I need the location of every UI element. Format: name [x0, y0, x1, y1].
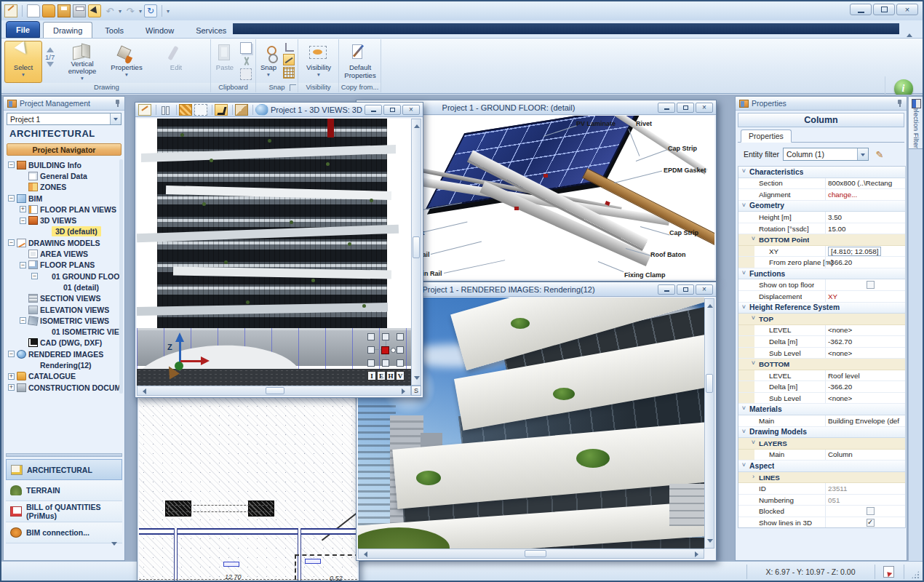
tree-item[interactable]: SECTION VIEWS	[6, 293, 122, 304]
minimize-button[interactable]	[658, 284, 675, 295]
tree-item[interactable]: Rendering(12)	[6, 359, 122, 370]
tree-exp-icon[interactable]: −	[8, 351, 15, 357]
row-chevron-icon[interactable]: ˅	[740, 167, 748, 175]
tree-item[interactable]: − BIM	[6, 193, 122, 204]
view-navigator[interactable]: IEHV	[367, 333, 405, 381]
refresh-icon[interactable]: ↻	[144, 4, 157, 17]
view-3d-titlebar[interactable]: Project 1 - 3D VIEWS: 3D (de... ×	[135, 103, 423, 117]
tree-item[interactable]: − 01 GROUND FLOOR	[6, 271, 122, 282]
view-3d-vscrollbar[interactable]	[411, 119, 421, 386]
new-document-icon[interactable]	[27, 4, 40, 17]
row-chevron-icon[interactable]: ˅	[740, 303, 748, 311]
status-notification-icon[interactable]	[883, 566, 894, 578]
property-value[interactable]: 23511	[828, 485, 903, 493]
project-panel-header[interactable]: Project Management	[4, 97, 124, 111]
properties-panel-header[interactable]: Properties	[736, 97, 907, 111]
project-selector[interactable]: Project 1	[7, 113, 122, 125]
copy-icon[interactable]	[240, 42, 252, 54]
property-value[interactable]: XY	[828, 292, 903, 300]
redo-icon[interactable]: ↷	[124, 4, 137, 17]
property-value[interactable]: Building Envelope (def	[828, 417, 903, 425]
open-folder-icon[interactable]	[42, 4, 55, 17]
tree-exp-icon[interactable]: −	[8, 195, 15, 202]
row-chevron-icon[interactable]: ˅	[749, 359, 757, 367]
tree-item[interactable]: General Data	[6, 170, 122, 181]
restore-button[interactable]	[677, 284, 694, 295]
ribbon-tab[interactable]: File	[6, 21, 40, 38]
property-value[interactable]: -366.20	[828, 258, 903, 266]
redo-dropdown-icon[interactable]: ▾	[139, 8, 142, 15]
close-button[interactable]: ×	[696, 284, 713, 295]
edit-button[interactable]: Edit	[160, 41, 192, 83]
property-value[interactable]: [4.810; 12.058]	[828, 247, 881, 256]
tree-item[interactable]: − DRAWING MODELS	[6, 237, 122, 248]
pager-up-icon[interactable]	[47, 44, 54, 52]
view-3d-corner-button[interactable]: S	[411, 386, 421, 396]
property-value[interactable]: change...	[828, 191, 903, 199]
default-properties-button[interactable]: Default Properties	[341, 41, 379, 83]
solid-view-icon[interactable]	[235, 104, 248, 116]
close-button[interactable]: ×	[896, 4, 918, 15]
property-value[interactable]: <none>	[828, 326, 903, 334]
tree-exp-icon[interactable]: −	[20, 317, 26, 324]
tree-item[interactable]: − ISOMETRIC VIEWS	[6, 315, 122, 326]
tab-properties[interactable]: Properties	[741, 129, 792, 143]
select-tool-icon[interactable]	[88, 4, 101, 17]
tree-item[interactable]: − RENDERED IMAGES	[6, 348, 122, 359]
level-selector-icon[interactable]	[159, 104, 172, 116]
view-mode-button[interactable]: E	[377, 371, 386, 380]
navigator-orbit-icon[interactable]	[391, 348, 396, 353]
app-mini-icon[interactable]	[138, 104, 151, 116]
tree-item[interactable]: 01 ISOMETRIC VIEW	[6, 326, 122, 337]
minimize-button[interactable]	[850, 4, 872, 15]
side-tab[interactable]: Selection Filter	[909, 96, 924, 149]
ribbon-tab[interactable]: ?	[239, 23, 262, 38]
selection-region-icon[interactable]	[194, 104, 207, 116]
paste-special-icon[interactable]	[240, 68, 252, 80]
property-value[interactable]: Roof level	[828, 372, 903, 380]
nav-more-icon[interactable]	[111, 542, 117, 549]
properties-button[interactable]: Properties ▾	[108, 41, 146, 83]
entity-filter-edit-icon[interactable]: ✎	[872, 149, 887, 160]
restore-button[interactable]	[383, 105, 401, 115]
resize-grip[interactable]	[911, 570, 920, 579]
tree-item[interactable]: + CATALOGUE	[6, 371, 122, 382]
discipline-nav-item[interactable]: BIM connection...	[6, 522, 122, 543]
navigator-center-icon[interactable]	[381, 346, 389, 354]
tree-item[interactable]: − 3D VIEWS	[6, 215, 122, 226]
property-value[interactable]: -366.20	[828, 383, 903, 391]
minimize-button[interactable]	[365, 105, 382, 115]
save-icon[interactable]	[57, 4, 71, 17]
vertical-envelope-button[interactable]: Vertical envelope ▾	[61, 41, 103, 83]
snap-dialog-launcher-icon[interactable]	[290, 84, 296, 91]
snap-perpendicular-icon[interactable]	[283, 41, 295, 52]
title-bar[interactable]: ↶ ▾ ↷ ▾ ↻ ▾ ×	[1, 1, 923, 20]
tree-item[interactable]: 3D (default)	[6, 226, 122, 237]
property-value[interactable]: 15.00	[828, 225, 903, 233]
row-chevron-icon[interactable]: ˅	[749, 439, 757, 446]
tree-exp-icon[interactable]: −	[20, 262, 26, 268]
discipline-nav-item[interactable]: TERRAIN	[6, 480, 122, 501]
row-chevron-icon[interactable]: ˅	[740, 269, 748, 276]
collapse-ribbon-icon[interactable]	[907, 31, 912, 37]
view-mode-button[interactable]: I	[367, 371, 376, 380]
row-chevron-icon[interactable]: ˅	[740, 428, 748, 435]
tree-exp-icon[interactable]: +	[8, 384, 15, 391]
panel-splitter[interactable]	[6, 453, 122, 457]
property-checkbox[interactable]	[867, 507, 875, 515]
discipline-nav-item[interactable]: BILL of QUANTITIES (PriMus)	[6, 501, 122, 522]
property-value[interactable]: 800x800 (..\Rectang	[828, 179, 903, 187]
app-logo-icon[interactable]	[4, 4, 17, 17]
row-chevron-icon[interactable]: ˅	[740, 404, 748, 412]
property-value[interactable]: <none>	[828, 394, 903, 402]
texture-mode-icon[interactable]	[179, 104, 192, 116]
tree-exp-icon[interactable]: −	[20, 218, 26, 224]
row-chevron-icon[interactable]: ˅	[749, 235, 757, 242]
tree-item[interactable]: + CONSTRUCTION DOCUMENTS S	[6, 382, 122, 393]
visibility-dropdown-icon[interactable]: ▾	[317, 72, 320, 79]
orbit-tool-icon[interactable]	[215, 104, 228, 116]
view-3d-canvas[interactable]: Z IEHV	[137, 119, 411, 386]
tree-item[interactable]: − FLOOR PLANS	[6, 260, 122, 271]
visibility-button[interactable]: Visibility ▾	[300, 41, 338, 83]
tree-exp-icon[interactable]: −	[8, 162, 15, 168]
